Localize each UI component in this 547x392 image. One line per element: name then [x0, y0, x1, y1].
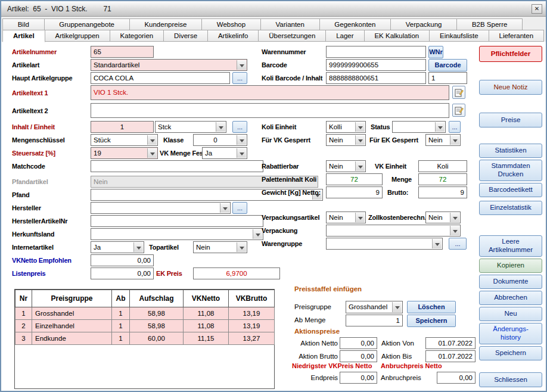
tab-artikel[interactable]: Artikel [2, 30, 45, 42]
staffel-preisgruppe-select[interactable]: Grosshandel [346, 301, 403, 313]
chevron-down-icon[interactable] [355, 213, 365, 222]
tab-webshop[interactable]: Webshop [201, 18, 261, 30]
dokumente-button[interactable]: Dokumente [479, 275, 542, 289]
chevron-down-icon[interactable] [220, 203, 229, 213]
vk-einheit-input[interactable]: Koli [418, 160, 467, 172]
einheit-select[interactable]: Stck [155, 121, 226, 133]
warennummer-input[interactable] [326, 46, 426, 58]
chevron-down-icon[interactable] [237, 60, 246, 70]
haupt-artikelgruppe-browse-button[interactable]: ... [232, 72, 247, 84]
tab-lager[interactable]: Lager [325, 30, 364, 42]
tab-artikelinfo[interactable]: Artikelinfo [207, 30, 259, 42]
artikelnummer-input[interactable]: 65 [91, 46, 154, 58]
warengruppe-browse-button[interactable]: ... [449, 238, 467, 250]
aenderungs-history-button[interactable]: Änderungs-history [479, 323, 542, 344]
tab-uebersetzungen[interactable]: Übersetzungen [258, 30, 326, 42]
chevron-down-icon[interactable] [450, 135, 459, 145]
fuer-ek-gesperrt-select[interactable]: Nein [425, 134, 461, 146]
koli-einheit-select[interactable]: Kolli [326, 121, 366, 133]
artikeltext2-note-button[interactable] [452, 104, 465, 117]
chevron-down-icon[interactable] [432, 239, 442, 248]
steuersatz-select[interactable]: 19 [91, 147, 158, 159]
inhalt-input[interactable]: 1 [91, 121, 154, 133]
chevron-down-icon[interactable] [216, 122, 225, 132]
schliessen-button[interactable]: Schliessen [479, 372, 542, 387]
artikeltext1-note-button[interactable] [452, 86, 465, 99]
chevron-down-icon[interactable] [450, 213, 459, 222]
price-row-2[interactable]: 2 Einzelhandel 1 58,98 11,08 13,19 [15, 320, 275, 332]
ek-preis-input[interactable]: 6,9700 [193, 267, 280, 279]
artikelart-select[interactable]: Standardartikel [91, 59, 247, 71]
chevron-down-icon[interactable] [147, 148, 157, 158]
tab-gegenkonten[interactable]: Gegenkonten [319, 18, 391, 30]
artikeltext2-input[interactable] [91, 103, 449, 118]
matchcode-input[interactable] [91, 160, 263, 172]
chevron-down-icon[interactable] [450, 226, 459, 235]
chevron-down-icon[interactable] [237, 148, 246, 158]
tab-artikelgruppen[interactable]: Artikelgruppen [45, 30, 110, 42]
chevron-down-icon[interactable] [147, 135, 157, 145]
herkunftsland-select[interactable] [91, 228, 263, 240]
leere-artikelnummer-button[interactable]: Leere Artikelnummer [479, 235, 542, 257]
chevron-down-icon[interactable] [133, 242, 143, 252]
tab-ek-kalkulation[interactable]: EK Kalkulation [364, 30, 430, 42]
tab-diverse[interactable]: Diverse [163, 30, 208, 42]
tab-kundenpreise[interactable]: Kundenpreise [129, 18, 202, 30]
topartikel-select[interactable]: Nein [193, 241, 247, 253]
haupt-artikelgruppe-input[interactable]: COCA COLA [91, 72, 230, 84]
neu-button[interactable]: Neu [479, 307, 542, 321]
tab-b2b-sperre[interactable]: B2B Sperre [456, 18, 523, 30]
aktion-brutto-input[interactable]: 0,00 [340, 350, 377, 362]
stammdaten-drucken-button[interactable]: Stammdaten Drucken [479, 160, 542, 181]
koli-inhalt-input[interactable]: 1 [428, 72, 467, 84]
gewicht-netto-input[interactable]: 9 [326, 186, 383, 198]
koli-barcode-input[interactable]: 8888888800651 [326, 72, 426, 84]
verpackungsartikel-select[interactable]: Nein [326, 211, 366, 223]
tab-lieferanten[interactable]: Lieferanten [489, 30, 544, 42]
gewicht-brutto-input[interactable]: 9 [418, 186, 467, 198]
barcodeetikett-button[interactable]: Barcodeetikett [479, 183, 542, 197]
speichern-button[interactable]: Speichern [479, 346, 542, 360]
artikeltext1-input[interactable]: VIO 1 Stck. [91, 85, 449, 100]
wnr-button[interactable]: WNr [428, 46, 443, 58]
chevron-down-icon[interactable] [237, 135, 246, 145]
listenpreis-input[interactable]: 0,00 [91, 267, 154, 279]
aktion-netto-input[interactable]: 0,00 [340, 337, 377, 349]
einheit-browse-button[interactable]: ... [232, 121, 247, 133]
hersteller-artikelnr-input[interactable] [91, 215, 263, 227]
barcode-button[interactable]: Barcode [428, 59, 467, 71]
chevron-down-icon[interactable] [435, 122, 445, 132]
vknetto-empfohlen-input[interactable]: 0,00 [91, 254, 154, 266]
tab-einkaufsliste[interactable]: Einkaufsliste [429, 30, 489, 42]
einzelstatistik-button[interactable]: Einzelstatistik [479, 201, 542, 215]
paletteninhalt-input[interactable]: 72 [326, 173, 383, 185]
tab-verpackung[interactable]: Verpackung [390, 18, 457, 30]
tab-varianten[interactable]: Varianten [260, 18, 320, 30]
endpreis-input[interactable]: 0,00 [340, 372, 377, 384]
mengenschluessel-select[interactable]: Stück [91, 134, 158, 146]
statistiken-button[interactable]: Statistiken [479, 144, 542, 158]
chevron-down-icon[interactable] [253, 229, 262, 239]
hersteller-select[interactable] [91, 202, 231, 214]
preise-button[interactable]: Preise [479, 113, 542, 127]
chevron-down-icon[interactable] [355, 161, 365, 171]
ab-menge-input[interactable]: 1 [346, 315, 403, 326]
anbruchpreis-input[interactable]: 0,00 [437, 372, 475, 384]
chevron-down-icon[interactable] [392, 302, 402, 312]
pflichtfelder-button[interactable]: Pflichtfelder [479, 46, 542, 62]
kopieren-button[interactable]: Kopieren [479, 259, 542, 273]
internetartikel-select[interactable]: Ja [91, 241, 144, 253]
chevron-down-icon[interactable] [237, 242, 246, 252]
tab-kategorien[interactable]: Kategorien [110, 30, 164, 42]
price-row-3[interactable]: 3 Endkunde 1 60,00 11,15 13,27 [15, 332, 275, 345]
close-icon[interactable]: ✕ [532, 4, 542, 14]
loeschen-button[interactable]: Löschen [407, 301, 456, 313]
status-browse-button[interactable]: ... [449, 121, 461, 133]
menge-input[interactable]: 72 [418, 173, 467, 185]
tab-bild[interactable]: Bild [2, 18, 45, 30]
staffel-speichern-button[interactable]: Speichern [407, 315, 456, 327]
klasse-select[interactable]: 0 [193, 134, 247, 146]
chevron-down-icon[interactable] [355, 122, 365, 132]
chevron-down-icon[interactable] [355, 135, 365, 145]
aktion-von-input[interactable]: 01.07.2022 [425, 337, 475, 349]
